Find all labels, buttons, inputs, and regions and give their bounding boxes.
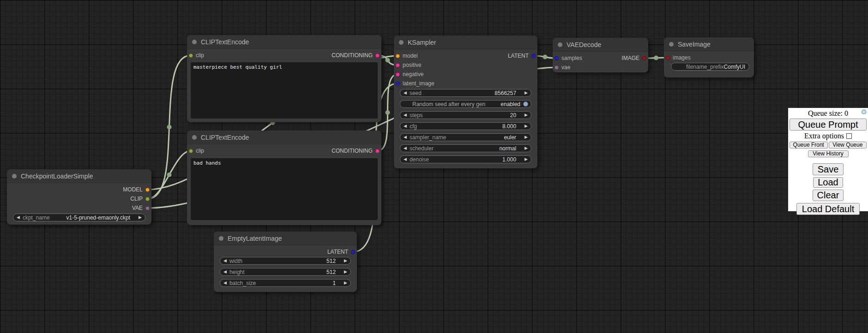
- node-title-bar[interactable]: CLIPTextEncode: [187, 131, 381, 144]
- decrement-arrow-icon[interactable]: [404, 124, 407, 128]
- decrement-arrow-icon[interactable]: [17, 215, 20, 220]
- decrement-arrow-icon[interactable]: [404, 91, 407, 95]
- output-slot-conditioning[interactable]: [375, 149, 380, 153]
- link-midpoint-dot[interactable]: [654, 56, 658, 60]
- node-title-bar[interactable]: VAEDecode: [553, 38, 648, 52]
- widget-ckpt-name[interactable]: ckpt_name v1-5-pruned-emaonly.ckpt: [13, 214, 145, 221]
- link-midpoint-dot[interactable]: [167, 125, 172, 130]
- node-collapse-dot[interactable]: [192, 40, 197, 44]
- node-title-bar[interactable]: CLIPTextEncode: [187, 35, 381, 49]
- link-midpoint-dot[interactable]: [386, 110, 390, 115]
- node-title: VAEDecode: [567, 41, 601, 48]
- increment-arrow-icon[interactable]: [524, 113, 528, 117]
- increment-arrow-icon[interactable]: [524, 135, 528, 139]
- input-label: clip: [196, 52, 204, 59]
- node-collapse-dot[interactable]: [669, 42, 674, 47]
- increment-arrow-icon[interactable]: [524, 157, 528, 161]
- decrement-arrow-icon[interactable]: [223, 281, 227, 285]
- link-midpoint-dot[interactable]: [543, 55, 548, 59]
- node-title-bar[interactable]: CheckpointLoaderSimple: [7, 169, 151, 183]
- input-slot-vae[interactable]: [555, 65, 559, 70]
- node-vae-decode[interactable]: VAEDecode samples IMAGE vae: [553, 38, 648, 72]
- node-clip-text-encode-negative[interactable]: CLIPTextEncode clip CONDITIONING bad han…: [187, 131, 381, 225]
- link-midpoint-dot[interactable]: [386, 58, 390, 63]
- node-collapse-dot[interactable]: [12, 174, 17, 178]
- increment-arrow-icon[interactable]: [524, 91, 528, 95]
- input-label: positive: [403, 62, 422, 68]
- output-slot-vae[interactable]: [145, 206, 150, 210]
- node-collapse-dot[interactable]: [399, 40, 404, 45]
- link-wire-clip-positive: [148, 55, 191, 199]
- node-title-bar[interactable]: SaveImage: [664, 37, 754, 51]
- node-checkpoint-loader[interactable]: CheckpointLoaderSimple MODEL CLIP VAE ck…: [7, 169, 151, 225]
- input-slot-model[interactable]: [396, 54, 400, 58]
- increment-arrow-icon[interactable]: [524, 146, 528, 150]
- view-queue-button[interactable]: View Queue: [829, 142, 867, 149]
- node-ksampler[interactable]: KSampler model LATENT positive negative …: [394, 36, 537, 168]
- increment-arrow-icon[interactable]: [139, 215, 142, 220]
- increment-arrow-icon[interactable]: [344, 259, 347, 263]
- toggle-on-dot[interactable]: [523, 101, 528, 107]
- input-slot-clip[interactable]: [189, 149, 193, 153]
- node-title: EmptyLatentImage: [228, 235, 282, 242]
- output-slot-latent[interactable]: [531, 54, 536, 58]
- node-collapse-dot[interactable]: [558, 42, 562, 47]
- decrement-arrow-icon[interactable]: [223, 259, 227, 263]
- input-slot-clip[interactable]: [189, 54, 193, 58]
- queue-front-button[interactable]: Queue Front: [790, 142, 828, 149]
- output-label: VAE: [132, 205, 143, 211]
- input-slot-negative[interactable]: [396, 72, 400, 77]
- increment-arrow-icon[interactable]: [344, 281, 347, 285]
- input-slot-positive[interactable]: [396, 63, 400, 67]
- output-slot-conditioning[interactable]: [375, 54, 380, 58]
- node-clip-text-encode-positive[interactable]: CLIPTextEncode clip CONDITIONING masterp…: [187, 35, 381, 122]
- input-slot-latent-image[interactable]: [396, 82, 400, 86]
- prompt-textarea[interactable]: bad hands: [191, 158, 378, 220]
- output-slot-clip[interactable]: [145, 197, 150, 201]
- node-graph-canvas[interactable]: CheckpointLoaderSimple MODEL CLIP VAE ck…: [0, 0, 868, 333]
- decrement-arrow-icon[interactable]: [404, 113, 407, 117]
- widget-width[interactable]: width 512: [220, 257, 351, 265]
- widget-denoise[interactable]: denoise 1.000: [400, 155, 531, 163]
- widget-filename-prefix[interactable]: filename_prefix ComfyUI: [671, 63, 749, 71]
- queue-prompt-button[interactable]: Queue Prompt: [790, 119, 867, 131]
- node-save-image[interactable]: SaveImage images filename_prefix ComfyUI: [664, 37, 754, 77]
- node-collapse-dot[interactable]: [219, 236, 223, 241]
- save-button[interactable]: Save: [813, 163, 844, 175]
- node-collapse-dot[interactable]: [192, 135, 197, 140]
- decrement-arrow-icon[interactable]: [404, 135, 407, 139]
- node-empty-latent-image[interactable]: EmptyLatentImage LATENT width 512 height…: [214, 232, 357, 292]
- output-slot-latent[interactable]: [351, 250, 355, 254]
- output-slot-image[interactable]: [642, 56, 646, 60]
- node-title-bar[interactable]: EmptyLatentImage: [214, 232, 357, 245]
- input-label: samples: [561, 55, 582, 61]
- increment-arrow-icon[interactable]: [524, 124, 528, 128]
- decrement-arrow-icon[interactable]: [404, 157, 407, 161]
- queue-panel: Queue size: 0 ⚙ Queue Prompt Extra optio…: [788, 108, 868, 211]
- widget-cfg[interactable]: cfg 8.000: [400, 122, 531, 130]
- output-slot-model[interactable]: [145, 188, 150, 192]
- decrement-arrow-icon[interactable]: [404, 146, 407, 150]
- widget-steps[interactable]: steps 20: [400, 111, 531, 119]
- widget-height[interactable]: height 512: [220, 268, 351, 276]
- link-midpoint-dot[interactable]: [167, 172, 172, 177]
- input-slot-images[interactable]: [666, 56, 670, 60]
- widget-seed[interactable]: seed 8566257: [400, 89, 531, 97]
- extra-options-checkbox[interactable]: [846, 133, 852, 139]
- output-label: LATENT: [508, 53, 529, 59]
- load-button[interactable]: Load: [813, 177, 843, 188]
- view-history-button[interactable]: View History: [808, 150, 849, 157]
- node-title-bar[interactable]: KSampler: [394, 36, 537, 49]
- prompt-textarea[interactable]: masterpiece best quality girl: [191, 62, 378, 119]
- node-title: SaveImage: [678, 41, 711, 48]
- load-default-button[interactable]: Load Default: [796, 203, 860, 215]
- widget-sampler-name[interactable]: sampler_name euler: [400, 133, 531, 141]
- clear-button[interactable]: Clear: [813, 190, 844, 201]
- settings-gear-icon[interactable]: ⚙: [861, 109, 867, 116]
- decrement-arrow-icon[interactable]: [223, 270, 227, 274]
- widget-scheduler[interactable]: scheduler normal: [400, 144, 531, 152]
- increment-arrow-icon[interactable]: [344, 270, 347, 274]
- widget-random-seed-toggle[interactable]: Random seed after every gen enabled: [400, 100, 531, 108]
- input-slot-samples[interactable]: [555, 56, 559, 60]
- widget-batch-size[interactable]: batch_size 1: [220, 279, 351, 287]
